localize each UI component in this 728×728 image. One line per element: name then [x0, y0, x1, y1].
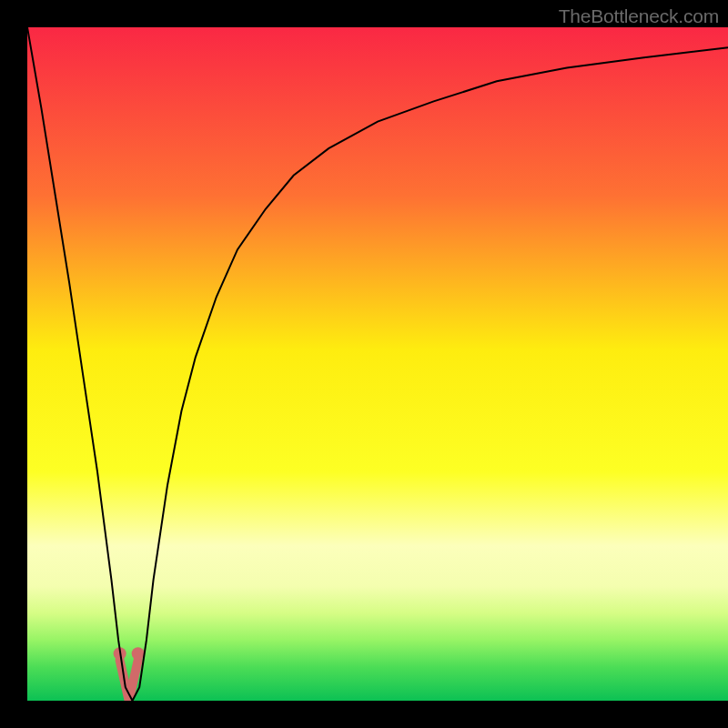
watermark-text: TheBottleneck.com [559, 5, 719, 27]
plot-area [27, 27, 728, 701]
chart-frame: TheBottleneck.com [0, 0, 728, 728]
data-point [132, 647, 145, 660]
chart-svg [27, 27, 728, 701]
gradient-background [27, 27, 728, 701]
